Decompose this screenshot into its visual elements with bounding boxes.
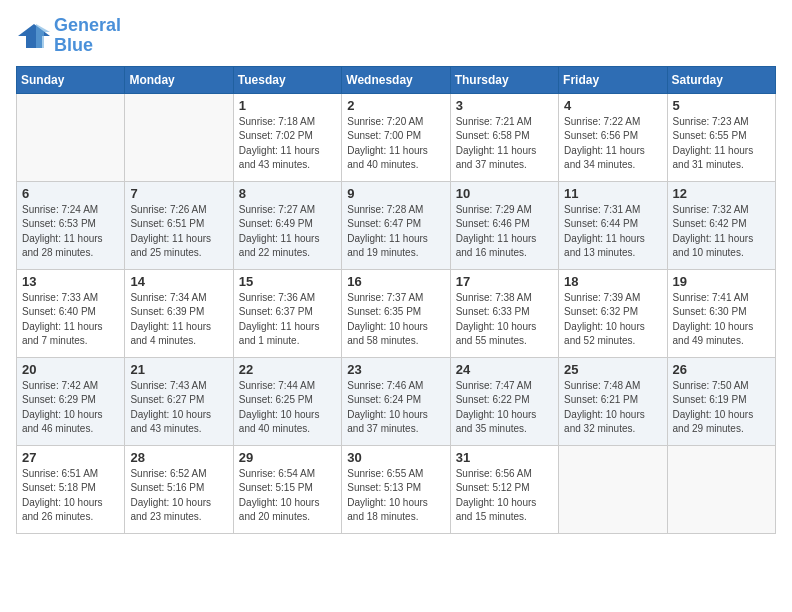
day-number: 9 [347, 186, 444, 201]
day-info: Sunrise: 7:36 AMSunset: 6:37 PMDaylight:… [239, 291, 336, 349]
day-info: Sunrise: 7:29 AMSunset: 6:46 PMDaylight:… [456, 203, 553, 261]
calendar-day-cell: 9Sunrise: 7:28 AMSunset: 6:47 PMDaylight… [342, 181, 450, 269]
calendar-week-row: 6Sunrise: 7:24 AMSunset: 6:53 PMDaylight… [17, 181, 776, 269]
day-number: 15 [239, 274, 336, 289]
calendar-day-cell: 28Sunrise: 6:52 AMSunset: 5:16 PMDayligh… [125, 445, 233, 533]
day-info: Sunrise: 7:27 AMSunset: 6:49 PMDaylight:… [239, 203, 336, 261]
day-number: 22 [239, 362, 336, 377]
day-number: 10 [456, 186, 553, 201]
day-number: 4 [564, 98, 661, 113]
day-number: 14 [130, 274, 227, 289]
day-number: 6 [22, 186, 119, 201]
calendar-day-cell: 8Sunrise: 7:27 AMSunset: 6:49 PMDaylight… [233, 181, 341, 269]
weekday-header-saturday: Saturday [667, 66, 775, 93]
calendar-week-row: 1Sunrise: 7:18 AMSunset: 7:02 PMDaylight… [17, 93, 776, 181]
day-number: 28 [130, 450, 227, 465]
logo-icon [16, 22, 52, 50]
weekday-header-tuesday: Tuesday [233, 66, 341, 93]
calendar-week-row: 13Sunrise: 7:33 AMSunset: 6:40 PMDayligh… [17, 269, 776, 357]
weekday-header-row: SundayMondayTuesdayWednesdayThursdayFrid… [17, 66, 776, 93]
day-number: 1 [239, 98, 336, 113]
day-number: 27 [22, 450, 119, 465]
calendar-day-cell: 20Sunrise: 7:42 AMSunset: 6:29 PMDayligh… [17, 357, 125, 445]
calendar-day-cell: 1Sunrise: 7:18 AMSunset: 7:02 PMDaylight… [233, 93, 341, 181]
calendar-day-cell: 31Sunrise: 6:56 AMSunset: 5:12 PMDayligh… [450, 445, 558, 533]
day-info: Sunrise: 7:50 AMSunset: 6:19 PMDaylight:… [673, 379, 770, 437]
calendar-day-cell: 26Sunrise: 7:50 AMSunset: 6:19 PMDayligh… [667, 357, 775, 445]
day-number: 24 [456, 362, 553, 377]
calendar-day-cell: 10Sunrise: 7:29 AMSunset: 6:46 PMDayligh… [450, 181, 558, 269]
calendar-day-cell: 23Sunrise: 7:46 AMSunset: 6:24 PMDayligh… [342, 357, 450, 445]
day-info: Sunrise: 7:23 AMSunset: 6:55 PMDaylight:… [673, 115, 770, 173]
day-number: 19 [673, 274, 770, 289]
day-number: 8 [239, 186, 336, 201]
day-info: Sunrise: 7:26 AMSunset: 6:51 PMDaylight:… [130, 203, 227, 261]
calendar-day-cell: 19Sunrise: 7:41 AMSunset: 6:30 PMDayligh… [667, 269, 775, 357]
day-info: Sunrise: 7:21 AMSunset: 6:58 PMDaylight:… [456, 115, 553, 173]
calendar-day-cell [125, 93, 233, 181]
day-number: 11 [564, 186, 661, 201]
day-number: 3 [456, 98, 553, 113]
day-number: 25 [564, 362, 661, 377]
calendar-day-cell: 22Sunrise: 7:44 AMSunset: 6:25 PMDayligh… [233, 357, 341, 445]
day-number: 17 [456, 274, 553, 289]
day-info: Sunrise: 7:46 AMSunset: 6:24 PMDaylight:… [347, 379, 444, 437]
calendar-day-cell: 16Sunrise: 7:37 AMSunset: 6:35 PMDayligh… [342, 269, 450, 357]
day-number: 5 [673, 98, 770, 113]
weekday-header-monday: Monday [125, 66, 233, 93]
day-info: Sunrise: 7:22 AMSunset: 6:56 PMDaylight:… [564, 115, 661, 173]
day-number: 30 [347, 450, 444, 465]
calendar-week-row: 20Sunrise: 7:42 AMSunset: 6:29 PMDayligh… [17, 357, 776, 445]
day-info: Sunrise: 7:39 AMSunset: 6:32 PMDaylight:… [564, 291, 661, 349]
calendar-day-cell: 18Sunrise: 7:39 AMSunset: 6:32 PMDayligh… [559, 269, 667, 357]
calendar-day-cell: 13Sunrise: 7:33 AMSunset: 6:40 PMDayligh… [17, 269, 125, 357]
calendar-day-cell: 6Sunrise: 7:24 AMSunset: 6:53 PMDaylight… [17, 181, 125, 269]
calendar-day-cell: 24Sunrise: 7:47 AMSunset: 6:22 PMDayligh… [450, 357, 558, 445]
calendar-day-cell: 4Sunrise: 7:22 AMSunset: 6:56 PMDaylight… [559, 93, 667, 181]
day-info: Sunrise: 6:52 AMSunset: 5:16 PMDaylight:… [130, 467, 227, 525]
day-info: Sunrise: 7:33 AMSunset: 6:40 PMDaylight:… [22, 291, 119, 349]
day-number: 20 [22, 362, 119, 377]
day-info: Sunrise: 6:55 AMSunset: 5:13 PMDaylight:… [347, 467, 444, 525]
day-number: 18 [564, 274, 661, 289]
calendar-day-cell [559, 445, 667, 533]
day-info: Sunrise: 7:34 AMSunset: 6:39 PMDaylight:… [130, 291, 227, 349]
calendar-day-cell: 15Sunrise: 7:36 AMSunset: 6:37 PMDayligh… [233, 269, 341, 357]
page-header: General Blue [16, 16, 776, 56]
day-number: 29 [239, 450, 336, 465]
calendar-day-cell: 5Sunrise: 7:23 AMSunset: 6:55 PMDaylight… [667, 93, 775, 181]
calendar-day-cell [17, 93, 125, 181]
day-number: 7 [130, 186, 227, 201]
calendar-table: SundayMondayTuesdayWednesdayThursdayFrid… [16, 66, 776, 534]
logo: General Blue [16, 16, 121, 56]
calendar-day-cell: 14Sunrise: 7:34 AMSunset: 6:39 PMDayligh… [125, 269, 233, 357]
calendar-week-row: 27Sunrise: 6:51 AMSunset: 5:18 PMDayligh… [17, 445, 776, 533]
day-info: Sunrise: 7:37 AMSunset: 6:35 PMDaylight:… [347, 291, 444, 349]
day-info: Sunrise: 6:51 AMSunset: 5:18 PMDaylight:… [22, 467, 119, 525]
calendar-day-cell [667, 445, 775, 533]
day-info: Sunrise: 6:56 AMSunset: 5:12 PMDaylight:… [456, 467, 553, 525]
day-info: Sunrise: 7:31 AMSunset: 6:44 PMDaylight:… [564, 203, 661, 261]
day-info: Sunrise: 7:48 AMSunset: 6:21 PMDaylight:… [564, 379, 661, 437]
calendar-day-cell: 2Sunrise: 7:20 AMSunset: 7:00 PMDaylight… [342, 93, 450, 181]
day-info: Sunrise: 7:44 AMSunset: 6:25 PMDaylight:… [239, 379, 336, 437]
weekday-header-friday: Friday [559, 66, 667, 93]
day-info: Sunrise: 7:18 AMSunset: 7:02 PMDaylight:… [239, 115, 336, 173]
day-info: Sunrise: 7:28 AMSunset: 6:47 PMDaylight:… [347, 203, 444, 261]
day-number: 31 [456, 450, 553, 465]
calendar-day-cell: 7Sunrise: 7:26 AMSunset: 6:51 PMDaylight… [125, 181, 233, 269]
day-number: 23 [347, 362, 444, 377]
weekday-header-wednesday: Wednesday [342, 66, 450, 93]
calendar-day-cell: 17Sunrise: 7:38 AMSunset: 6:33 PMDayligh… [450, 269, 558, 357]
calendar-day-cell: 29Sunrise: 6:54 AMSunset: 5:15 PMDayligh… [233, 445, 341, 533]
day-info: Sunrise: 7:32 AMSunset: 6:42 PMDaylight:… [673, 203, 770, 261]
day-info: Sunrise: 7:38 AMSunset: 6:33 PMDaylight:… [456, 291, 553, 349]
day-number: 21 [130, 362, 227, 377]
day-number: 16 [347, 274, 444, 289]
calendar-day-cell: 11Sunrise: 7:31 AMSunset: 6:44 PMDayligh… [559, 181, 667, 269]
day-info: Sunrise: 7:47 AMSunset: 6:22 PMDaylight:… [456, 379, 553, 437]
calendar-day-cell: 30Sunrise: 6:55 AMSunset: 5:13 PMDayligh… [342, 445, 450, 533]
day-number: 13 [22, 274, 119, 289]
calendar-day-cell: 3Sunrise: 7:21 AMSunset: 6:58 PMDaylight… [450, 93, 558, 181]
calendar-day-cell: 27Sunrise: 6:51 AMSunset: 5:18 PMDayligh… [17, 445, 125, 533]
